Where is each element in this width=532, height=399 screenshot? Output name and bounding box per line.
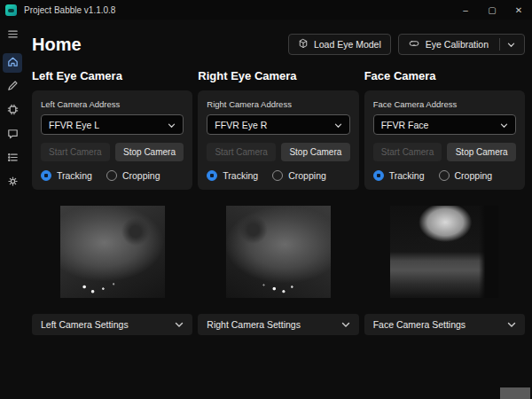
stop-camera-button[interactable]: Stop Camera (115, 143, 184, 161)
right-camera-address-select[interactable]: FFVR Eye R (207, 114, 349, 135)
camera-address-label: Face Camera Address (373, 99, 516, 109)
sidebar-item-home[interactable] (3, 53, 22, 73)
right-camera-settings-expander[interactable]: Right Camera Settings (198, 314, 358, 335)
stop-camera-button[interactable]: Stop Camera (281, 143, 350, 161)
close-button[interactable]: ✕ (505, 0, 532, 20)
selected-value: FFVR Eye L (49, 120, 99, 130)
gear-icon (6, 175, 20, 192)
left-eye-camera-preview (60, 206, 165, 298)
sidebar-item-firmware[interactable] (3, 101, 22, 121)
radio-unselected-icon (272, 170, 283, 181)
radio-selected-icon (207, 170, 217, 181)
eye-calibration-button[interactable]: Eye Calibration (398, 34, 525, 55)
main-content: Home Load Eye Model Eye Calibration Left… (25, 20, 532, 399)
face-column: Face Camera Face Camera Address FFVR Fac… (364, 69, 525, 335)
column-title: Face Camera (364, 69, 525, 82)
start-camera-button[interactable]: Start Camera (373, 143, 442, 161)
home-icon (6, 55, 20, 72)
chip-icon (6, 103, 20, 120)
sidebar (0, 20, 25, 399)
chat-icon (6, 127, 20, 144)
chevron-down-icon[interactable] (507, 39, 515, 50)
load-eye-model-button[interactable]: Load Eye Model (288, 34, 391, 55)
cropping-radio[interactable]: Cropping (439, 170, 493, 181)
app-logo-icon (5, 4, 17, 16)
chevron-down-icon (507, 319, 516, 330)
goggles-icon (408, 38, 420, 51)
left-camera-panel: Left Camera Address FFVR Eye L Start Cam… (32, 90, 192, 190)
window-title: Project Babble v1.1.0.8 (24, 5, 115, 15)
chevron-down-icon (168, 120, 176, 130)
sidebar-item-menu[interactable] (3, 26, 22, 45)
tracking-radio[interactable]: Tracking (373, 170, 425, 181)
face-camera-panel: Face Camera Address FFVR Face Start Came… (364, 90, 525, 190)
left-camera-address-select[interactable]: FFVR Eye L (41, 114, 184, 135)
chevron-down-icon (341, 319, 350, 330)
camera-address-label: Right Camera Address (207, 99, 349, 109)
sidebar-item-settings[interactable] (3, 173, 22, 192)
maximize-button[interactable]: ▢ (479, 0, 505, 20)
left-camera-settings-expander[interactable]: Left Camera Settings (32, 314, 192, 335)
right-eye-column: Right Eye Camera Right Camera Address FF… (198, 69, 358, 335)
window-controls: – ▢ ✕ (452, 0, 532, 20)
list-icon (6, 151, 20, 168)
cropping-radio[interactable]: Cropping (106, 170, 160, 181)
column-title: Left Eye Camera (32, 69, 192, 82)
radio-unselected-icon (106, 170, 117, 181)
chevron-down-icon (500, 120, 508, 130)
radio-unselected-icon (439, 170, 450, 181)
camera-address-label: Left Camera Address (41, 99, 184, 109)
minimize-button[interactable]: – (452, 0, 479, 20)
selected-value: FFVR Face (381, 120, 429, 130)
right-camera-panel: Right Camera Address FFVR Eye R Start Ca… (198, 90, 358, 190)
sidebar-item-logs[interactable] (3, 149, 22, 168)
radio-selected-icon (373, 170, 384, 181)
menu-icon (6, 27, 20, 44)
page-title: Home (32, 35, 82, 55)
titlebar: Project Babble v1.1.0.8 – ▢ ✕ (0, 0, 532, 20)
tracking-radio[interactable]: Tracking (207, 170, 258, 181)
face-camera-address-select[interactable]: FFVR Face (373, 114, 516, 135)
face-camera-preview (390, 206, 498, 298)
start-camera-button[interactable]: Start Camera (207, 143, 276, 161)
right-eye-camera-preview (226, 206, 331, 298)
bottom-right-overlay (500, 387, 530, 399)
model-cube-icon (298, 38, 309, 51)
radio-selected-icon (41, 170, 51, 181)
pencil-icon (6, 79, 20, 96)
sidebar-item-edit[interactable] (3, 77, 22, 97)
face-camera-settings-expander[interactable]: Face Camera Settings (364, 314, 525, 335)
chevron-down-icon (175, 319, 184, 330)
column-title: Right Eye Camera (198, 69, 358, 82)
chevron-down-icon (334, 120, 342, 130)
cropping-radio[interactable]: Cropping (272, 170, 326, 181)
start-camera-button[interactable]: Start Camera (41, 143, 110, 161)
button-divider (499, 38, 500, 51)
left-eye-column: Left Eye Camera Left Camera Address FFVR… (32, 69, 192, 335)
tracking-radio[interactable]: Tracking (41, 170, 92, 181)
stop-camera-button[interactable]: Stop Camera (447, 143, 516, 161)
selected-value: FFVR Eye R (215, 120, 267, 130)
sidebar-item-feedback[interactable] (3, 125, 22, 145)
